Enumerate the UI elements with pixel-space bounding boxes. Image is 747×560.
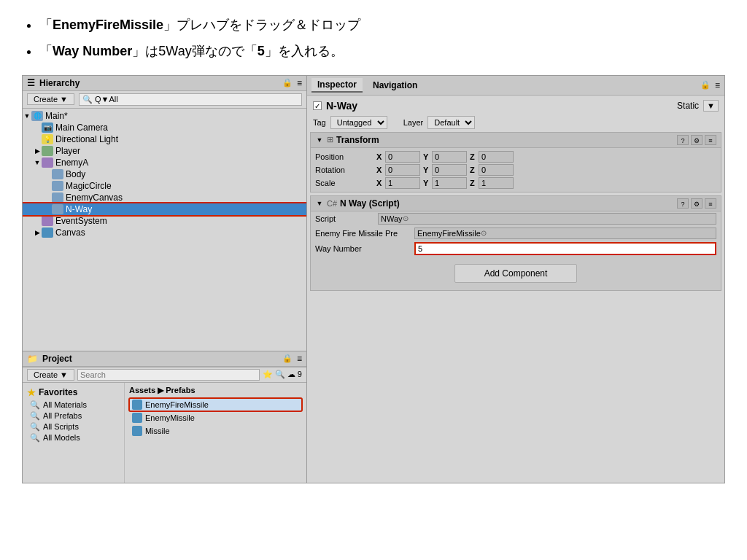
hier-type-icon [52, 204, 63, 214]
search-icon: 🔍 [30, 433, 40, 443]
transform-gear-btn[interactable]: ≡ [705, 135, 716, 145]
enemy-fire-value[interactable]: EnemyFireMissile ⊙ [414, 228, 716, 239]
hierarchy-item[interactable]: 📷 Main Camera [23, 122, 306, 133]
prefab-icon [132, 426, 142, 436]
hierarchy-item[interactable]: ▼ EnemyA [23, 157, 306, 168]
scale-inputs: X Y Z [376, 177, 716, 189]
rotation-y-input[interactable] [432, 164, 467, 176]
hier-type-icon [42, 228, 53, 238]
project-lock-icon: 🔒 [282, 354, 293, 363]
line2-prefix: 「 [39, 44, 53, 58]
scale-y-group: Y [423, 177, 467, 189]
search-icon: 🔍 [82, 95, 93, 104]
hier-label: MagicCircle [66, 181, 112, 191]
hierarchy-item[interactable]: EventSystem [23, 215, 306, 227]
nway-buttons: ? ⚙ ≡ [677, 198, 716, 209]
instruction-line-2: 「Way Number」は5Way弾なので「5」を入れる。 [39, 39, 725, 63]
hierarchy-icon: ☰ [27, 78, 35, 88]
hierarchy-item[interactable]: ▼ 🌐 Main* [23, 110, 306, 122]
tab-inspector[interactable]: Inspector [311, 78, 363, 93]
inspector-lock-icon: 🔒 [700, 80, 711, 90]
add-component-button[interactable]: Add Component [454, 264, 578, 283]
hier-label: Directional Light [55, 134, 118, 144]
prefab-icon [132, 400, 142, 410]
hierarchy-content: ▼ 🌐 Main* 📷 Main Camera 💡 Directional Li… [23, 109, 306, 351]
transform-settings-btn[interactable]: ⚙ [691, 135, 703, 145]
favorites-item[interactable]: 🔍All Prefabs [23, 411, 124, 421]
hier-type-icon: 💡 [42, 134, 53, 144]
line2-bold: Way Number [53, 44, 132, 58]
tree-triangle: ▼ [33, 159, 42, 166]
transform-header[interactable]: ▼ ⊞ Transform ? ⚙ ≡ [311, 133, 721, 148]
position-z-group: Z [470, 151, 514, 163]
left-panel: ☰ Hierarchy 🔒 ≡ Create ▼ 🔍 ▼ 🌐 Main* � [23, 76, 307, 483]
search-icon: 🔍 [30, 422, 40, 432]
favorites-item[interactable]: 🔍All Models [23, 432, 124, 443]
hier-label: N-Way [66, 204, 92, 214]
script-value-text: NWay [381, 214, 403, 223]
instructions-section: 「EnemyFireMissile」プレハブをドラッグ＆ドロップ 「Way Nu… [0, 0, 747, 75]
project-panel: 📁 Project 🔒 ≡ Create ▼ ⭐ 🔍 ☁ 9 ★ Favorit… [23, 351, 306, 483]
hierarchy-item[interactable]: Body [23, 168, 306, 180]
tab-navigation[interactable]: Navigation [367, 79, 423, 92]
script-value[interactable]: NWay ⊙ [378, 213, 716, 225]
project-assets: Assets ▶ Prefabs EnemyFireMissileEnemyMi… [125, 383, 306, 483]
inspector-body: ✓ N-Way Static ▼ Tag Untagged Layer Defa… [307, 96, 724, 483]
rotation-x-input[interactable] [385, 164, 420, 176]
project-search-input[interactable] [77, 369, 260, 381]
position-y-input[interactable] [432, 151, 467, 163]
tag-select[interactable]: Untagged [330, 116, 387, 129]
scale-y-input[interactable] [432, 177, 467, 189]
prefab-item[interactable]: EnemyMissile [129, 411, 302, 424]
hierarchy-item[interactable]: EnemyCanvas [23, 192, 306, 203]
rotation-z-input[interactable] [479, 164, 514, 176]
hierarchy-item[interactable]: 💡 Directional Light [23, 133, 306, 145]
layer-label: Layer [403, 118, 424, 127]
enemy-fire-label: Enemy Fire Missile Pre [315, 229, 410, 238]
way-number-input[interactable]: 5 [414, 242, 716, 255]
hier-label: Player [55, 146, 80, 156]
hierarchy-create-button[interactable]: Create ▼ [27, 93, 74, 105]
favorites-item[interactable]: 🔍All Scripts [23, 421, 124, 432]
hierarchy-search-input[interactable] [95, 95, 298, 104]
hierarchy-item[interactable]: MagicCircle [23, 180, 306, 192]
hierarchy-item[interactable]: ▶ Canvas [23, 227, 306, 238]
prefab-item[interactable]: Missile [129, 424, 302, 438]
object-active-checkbox[interactable]: ✓ [313, 101, 322, 110]
position-x-input[interactable] [385, 151, 420, 163]
favorites-item[interactable]: 🔍All Materials [23, 400, 124, 411]
rotation-x-label: X [376, 166, 384, 174]
nway-gear-btn[interactable]: ≡ [705, 198, 716, 209]
project-create-button[interactable]: Create ▼ [27, 369, 74, 381]
position-z-input[interactable] [479, 151, 514, 163]
way-number-row: Way Number 5 [311, 241, 721, 257]
nway-settings-btn[interactable]: ⚙ [691, 198, 703, 209]
transform-buttons: ? ⚙ ≡ [677, 135, 716, 145]
static-dropdown[interactable]: ▼ [703, 100, 719, 112]
nway-header[interactable]: ▼ C# N Way (Script) ? ⚙ ≡ [311, 196, 721, 211]
layer-select[interactable]: Default [427, 116, 475, 129]
hierarchy-search-box[interactable]: 🔍 [79, 93, 302, 106]
position-z-label: Z [470, 152, 477, 161]
project-title: Project [42, 354, 72, 364]
hierarchy-item[interactable]: ▶ Player [23, 145, 306, 157]
nway-triangle: ▼ [315, 200, 324, 207]
fav-item-label: All Scripts [43, 422, 79, 431]
hier-type-icon [42, 216, 53, 226]
enemy-fire-value-text: EnemyFireMissile [417, 229, 481, 238]
transform-help-btn[interactable]: ? [677, 135, 689, 145]
object-name: N-Way [326, 100, 673, 112]
hierarchy-item[interactable]: N-Way [23, 203, 306, 215]
project-content: ★ Favorites 🔍All Materials🔍All Prefabs🔍A… [23, 383, 306, 483]
nway-help-btn[interactable]: ? [677, 198, 689, 209]
tag-label: Tag [313, 118, 326, 127]
scale-x-input[interactable] [385, 177, 420, 189]
rotation-inputs: X Y Z [376, 164, 716, 176]
tree-triangle: ▼ [23, 112, 31, 120]
scale-z-input[interactable] [479, 177, 514, 189]
line1-bold: EnemyFireMissile [53, 18, 163, 32]
object-name-row: ✓ N-Way Static ▼ [310, 98, 721, 113]
transform-title: Transform [336, 135, 674, 145]
prefab-item[interactable]: EnemyFireMissile [129, 398, 302, 411]
script-row: Script NWay ⊙ [311, 211, 721, 226]
